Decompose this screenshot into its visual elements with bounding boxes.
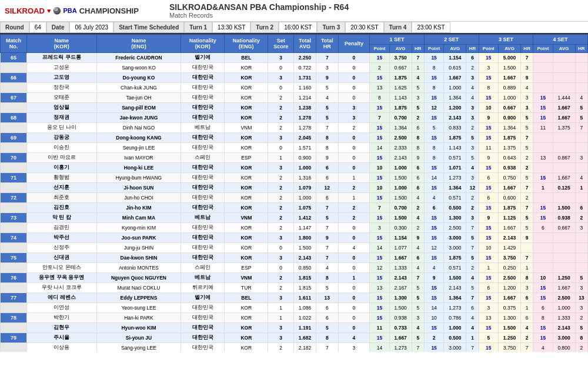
s3-hr-cell: 2 — [521, 163, 533, 173]
match-no-cell — [1, 263, 27, 273]
s2-hr-cell: 5 — [466, 153, 479, 163]
s4-point-cell: 15 — [533, 323, 553, 333]
nat-kor-cell: 대한민국 — [181, 143, 225, 153]
s2-hr-cell: 2 — [466, 193, 479, 203]
match-records-table-container: MatchNo. Name(KOR) Name(ENG) Nationality… — [0, 34, 588, 352]
set-score-cell: 3 — [268, 73, 294, 83]
s2-avg-cell: 0.615 — [444, 63, 466, 73]
s1-point-cell: 15 — [370, 303, 389, 313]
match-no-cell: 78 — [1, 313, 27, 323]
total-hr-cell: 6 — [316, 303, 339, 313]
s4-hr-cell — [575, 163, 587, 173]
total-hr-cell: 5 — [316, 283, 339, 293]
s4-hr-cell — [575, 253, 587, 263]
s3-avg-cell: 0.600 — [498, 193, 520, 203]
s1-avg-cell: 1.667 — [389, 253, 412, 263]
match-no-cell: 74 — [1, 233, 27, 243]
table-row: 76응우옌 꾸옥 응우옌Nguyen Quoc NGUYEN베트남VNM21.8… — [1, 273, 588, 283]
name-eng-cell: Chan-kuk JUNG — [96, 83, 181, 93]
s1-avg-cell: 2.500 — [389, 133, 412, 143]
s1-avg-cell: 2.143 — [389, 153, 412, 163]
s1-avg-cell: 1.300 — [389, 293, 412, 303]
s4-point-cell — [533, 243, 553, 253]
total-avg-cell: 1.800 — [293, 233, 316, 243]
match-no-cell — [1, 63, 27, 73]
table-row: 안토니오 몬테스Antonio MONTES스페인ESP00.85040121.… — [1, 263, 588, 273]
set-score-cell: 3 — [268, 333, 294, 343]
name-kor-cell: 응우옌 꾸옥 응우옌 — [27, 273, 97, 283]
table-row: 69강동궁Dong-koong KANG대한민국KOR32.04580152.5… — [1, 133, 588, 143]
total-hr-cell: 9 — [316, 153, 339, 163]
set-score-cell: 3 — [268, 233, 294, 243]
col-s1-avg: AVG — [389, 45, 412, 53]
s4-avg-cell — [553, 83, 575, 93]
set-score-cell: 0 — [268, 263, 294, 273]
total-hr-cell: 9 — [316, 73, 339, 83]
name-eng-cell: Hyun-woo KIM — [96, 323, 181, 333]
s1-point-cell: 15 — [370, 293, 389, 303]
turn4-label: Turn 4 — [384, 22, 412, 33]
s2-avg-cell: 0.571 — [444, 153, 466, 163]
s3-avg-cell: 1.667 — [498, 223, 520, 233]
s2-avg-cell: 3.000 — [444, 233, 466, 243]
table-row: 이승진Seung-jin LEE대한민국KOR01.57180142.33388… — [1, 143, 588, 153]
name-kor-cell: 이반 마요르 — [27, 153, 97, 163]
s1-avg-cell: 1.000 — [389, 163, 412, 173]
total-hr-cell: 5 — [316, 83, 339, 93]
s4-point-cell — [533, 193, 553, 203]
nat-eng-cell: BEL — [225, 53, 268, 63]
s1-point-cell: 11 — [370, 323, 389, 333]
s1-hr-cell: 9 — [412, 153, 424, 163]
s3-point-cell: 11 — [479, 143, 498, 153]
name-kor-cell: 고도영 — [27, 73, 97, 83]
penalty-cell: 0 — [338, 63, 370, 73]
match-no-cell — [1, 223, 27, 233]
s4-hr-cell: 3 — [575, 223, 587, 233]
table-row: 73막 틴 캄Minh Cam MA베트남VNM21.41252151.5004… — [1, 213, 588, 223]
s1-avg-cell: 2.167 — [389, 283, 412, 293]
s1-avg-cell: 0.733 — [389, 323, 412, 333]
s3-avg-cell: 1.667 — [498, 73, 520, 83]
col-set1: 1 SET — [370, 35, 425, 45]
turn3-value: 20:30 KST — [345, 22, 383, 33]
total-avg-cell: 1.022 — [293, 313, 316, 323]
name-kor-cell: 박주선 — [27, 233, 97, 243]
set-score-cell: 2 — [268, 193, 294, 203]
s1-hr-cell: 1 — [412, 63, 424, 73]
s1-hr-cell: 2 — [412, 113, 424, 123]
s3-point-cell: 15 — [479, 133, 498, 143]
total-hr-cell: 6 — [316, 193, 339, 203]
set-score-cell: 1 — [268, 153, 294, 163]
nat-eng-cell: ESP — [225, 153, 268, 163]
s4-hr-cell: 3 — [575, 283, 587, 293]
s1-hr-cell: 5 — [412, 293, 424, 303]
turn3-label: Turn 3 — [317, 22, 345, 33]
nat-kor-cell: 대한민국 — [181, 243, 225, 253]
s4-avg-cell: 0.867 — [553, 153, 575, 163]
s3-hr-cell: 5 — [521, 143, 533, 153]
s1-point-cell: 3 — [370, 223, 389, 233]
col-s3-avg: AVG — [498, 45, 520, 53]
s1-point-cell: 15 — [370, 253, 389, 263]
nat-kor-cell: 튀르키예 — [181, 283, 225, 293]
s2-point-cell: 15 — [424, 293, 443, 303]
table-row: 72최준호Jun-ho CHOI대한민국KOR21.00061151.50044… — [1, 193, 588, 203]
nat-eng-cell: KOR — [225, 223, 268, 233]
s3-avg-cell: 3.750 — [498, 253, 520, 263]
set-score-cell: 1 — [268, 313, 294, 323]
name-kor-cell: 고성운 — [27, 63, 97, 73]
s1-hr-cell: 5 — [412, 103, 424, 113]
s3-point-cell: 3 — [479, 303, 498, 313]
nat-kor-cell: 스페인 — [181, 153, 225, 163]
s2-point-cell: 8 — [424, 63, 443, 73]
total-hr-cell: 6 — [316, 313, 339, 323]
s1-point-cell: 15 — [370, 103, 389, 113]
total-avg-cell: 1.191 — [293, 323, 316, 333]
s3-hr-cell: 7 — [521, 253, 533, 263]
total-avg-cell: 1.682 — [293, 333, 316, 343]
name-eng-cell: Frederic CAUDRON — [96, 53, 181, 63]
name-eng-cell: Si-youn JU — [96, 333, 181, 343]
set-score-cell: 0 — [268, 243, 294, 253]
s2-avg-cell: 1.300 — [444, 213, 466, 223]
s2-avg-cell: 0.500 — [444, 333, 466, 343]
